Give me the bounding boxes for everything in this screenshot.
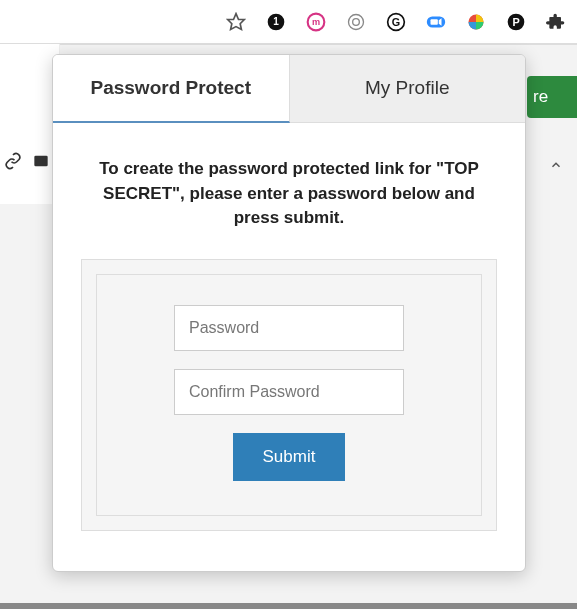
svg-text:P: P: [512, 16, 519, 28]
form-outer-box: Submit: [81, 259, 497, 531]
svg-text:1: 1: [273, 16, 279, 27]
clock-icon[interactable]: [345, 11, 367, 33]
instruction-text: To create the password protected link fo…: [81, 157, 497, 231]
toolbar-icons: 1 m G P: [225, 11, 567, 33]
form-inner-box: Submit: [96, 274, 482, 516]
left-action-icons: [0, 150, 52, 172]
tab-my-profile[interactable]: My Profile: [290, 55, 526, 123]
tab-password-protect[interactable]: Password Protect: [53, 55, 290, 123]
svg-point-6: [353, 18, 360, 25]
extension-popup: Password Protect My Profile To create th…: [52, 54, 526, 572]
tab-label: My Profile: [365, 77, 449, 98]
svg-text:G: G: [392, 16, 400, 28]
browser-toolbar: 1 m G P: [0, 0, 577, 44]
share-button-fragment[interactable]: re: [527, 76, 577, 118]
submit-label: Submit: [263, 447, 316, 466]
submit-button[interactable]: Submit: [233, 433, 346, 481]
svg-marker-0: [228, 13, 245, 29]
svg-rect-15: [34, 156, 47, 167]
link-icon[interactable]: [2, 150, 24, 172]
color-wheel-icon[interactable]: [465, 11, 487, 33]
share-label-fragment: re: [533, 87, 548, 107]
popup-tabs: Password Protect My Profile: [53, 55, 525, 123]
confirm-password-field[interactable]: [174, 369, 404, 415]
svg-text:m: m: [312, 17, 320, 27]
svg-point-5: [349, 14, 364, 29]
svg-rect-10: [431, 19, 438, 25]
tab-label: Password Protect: [91, 77, 252, 98]
circle-1-icon[interactable]: 1: [265, 11, 287, 33]
p-black-icon[interactable]: P: [505, 11, 527, 33]
password-field[interactable]: [174, 305, 404, 351]
bottom-bar: [0, 603, 577, 609]
chevron-up-icon[interactable]: [549, 158, 563, 176]
zoom-icon[interactable]: [425, 11, 447, 33]
star-icon[interactable]: [225, 11, 247, 33]
plus-icon[interactable]: [30, 150, 52, 172]
extensions-icon[interactable]: [545, 11, 567, 33]
grammarly-icon[interactable]: G: [385, 11, 407, 33]
popup-body: To create the password protected link fo…: [53, 123, 525, 571]
page-white-strip: [0, 44, 60, 204]
m-red-icon[interactable]: m: [305, 11, 327, 33]
